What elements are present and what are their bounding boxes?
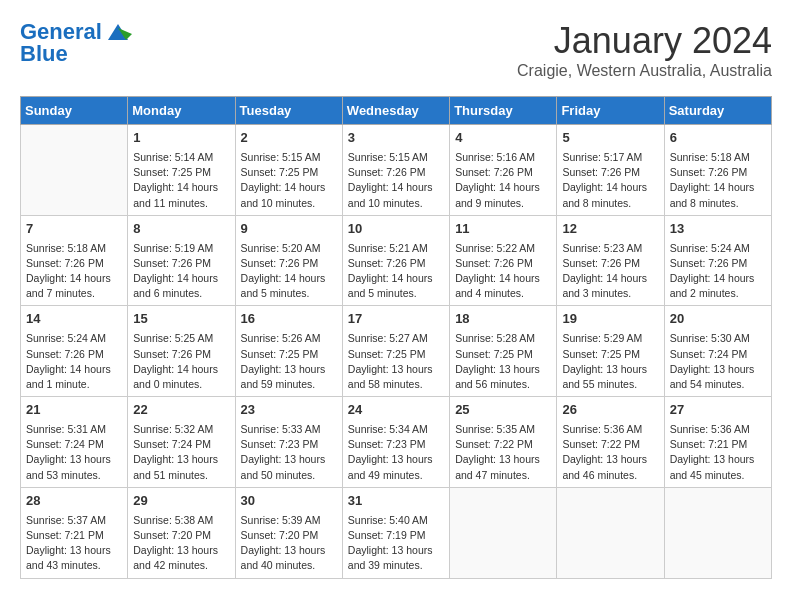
calendar-cell [21, 125, 128, 216]
calendar-cell [450, 487, 557, 578]
day-number: 22 [133, 401, 229, 420]
day-info-line: Sunrise: 5:30 AM [670, 331, 766, 346]
day-info-line: Daylight: 14 hours [348, 271, 444, 286]
calendar-week-2: 7Sunrise: 5:18 AMSunset: 7:26 PMDaylight… [21, 215, 772, 306]
day-info-line: and 46 minutes. [562, 468, 658, 483]
day-info-line: Sunset: 7:22 PM [455, 437, 551, 452]
day-info-line: Sunrise: 5:18 AM [670, 150, 766, 165]
header-sunday: Sunday [21, 97, 128, 125]
day-number: 5 [562, 129, 658, 148]
day-info-line: Sunset: 7:24 PM [26, 437, 122, 452]
day-info-line: and 3 minutes. [562, 286, 658, 301]
day-info-line: Daylight: 13 hours [670, 452, 766, 467]
calendar-cell: 6Sunrise: 5:18 AMSunset: 7:26 PMDaylight… [664, 125, 771, 216]
day-info-line: Sunset: 7:26 PM [348, 165, 444, 180]
day-info-line: Daylight: 14 hours [26, 271, 122, 286]
calendar-cell: 11Sunrise: 5:22 AMSunset: 7:26 PMDayligh… [450, 215, 557, 306]
day-number: 16 [241, 310, 337, 329]
calendar-cell: 12Sunrise: 5:23 AMSunset: 7:26 PMDayligh… [557, 215, 664, 306]
day-info-line: Sunrise: 5:15 AM [348, 150, 444, 165]
day-info-line: Sunset: 7:25 PM [241, 347, 337, 362]
day-info-line: and 54 minutes. [670, 377, 766, 392]
header-saturday: Saturday [664, 97, 771, 125]
day-info-line: Sunset: 7:23 PM [241, 437, 337, 452]
day-info-line: Sunrise: 5:21 AM [348, 241, 444, 256]
day-info-line: Daylight: 14 hours [241, 180, 337, 195]
day-info-line: Sunrise: 5:40 AM [348, 513, 444, 528]
day-info-line: Daylight: 14 hours [670, 180, 766, 195]
day-info-line: and 0 minutes. [133, 377, 229, 392]
day-info-line: Daylight: 14 hours [133, 362, 229, 377]
day-info-line: Daylight: 14 hours [348, 180, 444, 195]
day-info-line: Sunset: 7:23 PM [348, 437, 444, 452]
day-info-line: Sunset: 7:21 PM [26, 528, 122, 543]
day-info-line: Sunrise: 5:19 AM [133, 241, 229, 256]
day-number: 23 [241, 401, 337, 420]
day-info-line: Sunset: 7:24 PM [133, 437, 229, 452]
day-info-line: Sunset: 7:26 PM [562, 165, 658, 180]
day-info-line: Daylight: 13 hours [133, 452, 229, 467]
calendar-cell: 28Sunrise: 5:37 AMSunset: 7:21 PMDayligh… [21, 487, 128, 578]
logo-icon [104, 20, 132, 44]
day-info-line: and 10 minutes. [348, 196, 444, 211]
day-info-line: Sunset: 7:26 PM [670, 165, 766, 180]
day-info-line: Sunrise: 5:20 AM [241, 241, 337, 256]
day-info-line: Sunrise: 5:39 AM [241, 513, 337, 528]
day-info-line: Daylight: 13 hours [241, 543, 337, 558]
day-info-line: Sunrise: 5:34 AM [348, 422, 444, 437]
header-wednesday: Wednesday [342, 97, 449, 125]
day-info-line: Sunset: 7:26 PM [133, 347, 229, 362]
day-info-line: Daylight: 13 hours [670, 362, 766, 377]
day-info-line: Sunset: 7:25 PM [241, 165, 337, 180]
day-info-line: Sunrise: 5:38 AM [133, 513, 229, 528]
day-info-line: and 39 minutes. [348, 558, 444, 573]
day-number: 14 [26, 310, 122, 329]
calendar-header-row: SundayMondayTuesdayWednesdayThursdayFrid… [21, 97, 772, 125]
calendar-week-4: 21Sunrise: 5:31 AMSunset: 7:24 PMDayligh… [21, 397, 772, 488]
calendar-cell: 29Sunrise: 5:38 AMSunset: 7:20 PMDayligh… [128, 487, 235, 578]
day-info-line: Daylight: 13 hours [455, 362, 551, 377]
day-info-line: Sunset: 7:25 PM [455, 347, 551, 362]
day-info-line: Sunset: 7:26 PM [670, 256, 766, 271]
day-number: 18 [455, 310, 551, 329]
day-info-line: and 5 minutes. [348, 286, 444, 301]
calendar-cell: 9Sunrise: 5:20 AMSunset: 7:26 PMDaylight… [235, 215, 342, 306]
day-info-line: Sunset: 7:26 PM [562, 256, 658, 271]
day-info-line: Daylight: 13 hours [133, 543, 229, 558]
day-info-line: Daylight: 14 hours [133, 180, 229, 195]
day-number: 27 [670, 401, 766, 420]
day-info-line: Sunset: 7:25 PM [348, 347, 444, 362]
day-number: 7 [26, 220, 122, 239]
day-info-line: Daylight: 13 hours [348, 452, 444, 467]
day-info-line: Sunrise: 5:15 AM [241, 150, 337, 165]
day-number: 15 [133, 310, 229, 329]
day-info-line: and 5 minutes. [241, 286, 337, 301]
day-info-line: Sunrise: 5:36 AM [670, 422, 766, 437]
header-thursday: Thursday [450, 97, 557, 125]
day-info-line: and 43 minutes. [26, 558, 122, 573]
day-number: 1 [133, 129, 229, 148]
day-info-line: and 7 minutes. [26, 286, 122, 301]
calendar-cell: 8Sunrise: 5:19 AMSunset: 7:26 PMDaylight… [128, 215, 235, 306]
day-info-line: Daylight: 14 hours [455, 180, 551, 195]
header-tuesday: Tuesday [235, 97, 342, 125]
day-info-line: Sunrise: 5:27 AM [348, 331, 444, 346]
day-number: 31 [348, 492, 444, 511]
day-info-line: Sunrise: 5:36 AM [562, 422, 658, 437]
calendar-cell: 27Sunrise: 5:36 AMSunset: 7:21 PMDayligh… [664, 397, 771, 488]
day-info-line: Sunrise: 5:25 AM [133, 331, 229, 346]
day-info-line: Sunset: 7:26 PM [455, 165, 551, 180]
day-info-line: Daylight: 13 hours [348, 362, 444, 377]
title-block: January 2024 Craigie, Western Australia,… [517, 20, 772, 80]
calendar-cell: 21Sunrise: 5:31 AMSunset: 7:24 PMDayligh… [21, 397, 128, 488]
day-info-line: Sunrise: 5:32 AM [133, 422, 229, 437]
calendar-week-5: 28Sunrise: 5:37 AMSunset: 7:21 PMDayligh… [21, 487, 772, 578]
day-info-line: Sunset: 7:20 PM [133, 528, 229, 543]
day-number: 25 [455, 401, 551, 420]
day-number: 12 [562, 220, 658, 239]
calendar-cell: 26Sunrise: 5:36 AMSunset: 7:22 PMDayligh… [557, 397, 664, 488]
day-info-line: and 53 minutes. [26, 468, 122, 483]
day-info-line: and 45 minutes. [670, 468, 766, 483]
header-friday: Friday [557, 97, 664, 125]
calendar-cell: 13Sunrise: 5:24 AMSunset: 7:26 PMDayligh… [664, 215, 771, 306]
